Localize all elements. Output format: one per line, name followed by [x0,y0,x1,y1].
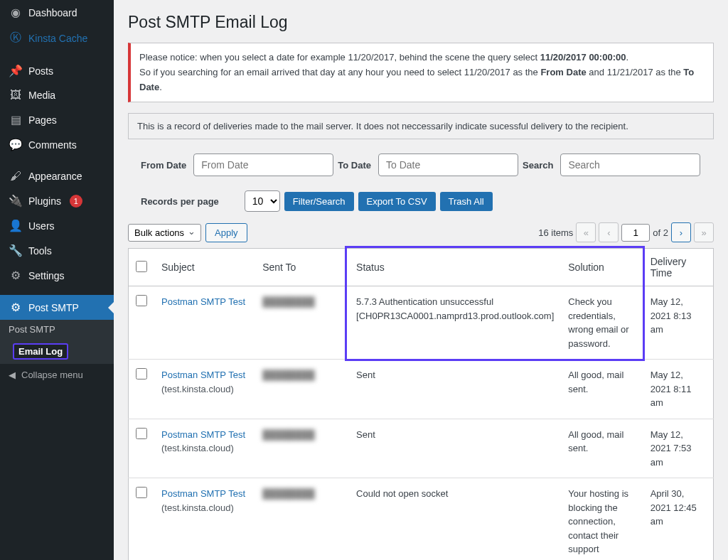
subject-link[interactable]: Postman SMTP Test [161,429,245,440]
time-value: May 12, 2021 8:11 am [643,360,714,419]
search-label: Search [523,160,553,171]
col-header-delivery[interactable]: Delivery Time [643,249,714,286]
submenu-item-email-log[interactable]: Email Log [0,339,114,364]
page-icon: ▤ [9,113,23,126]
time-value: May 12, 2021 8:13 am [643,286,714,360]
time-value: May 12, 2021 7:53 am [643,419,714,478]
subject-link[interactable]: Postman SMTP Test [161,370,245,380]
admin-sidebar: ◉Dashboard ⓀKinsta Cache 📌Posts 🖼Media ▤… [0,0,114,560]
records-per-page-select[interactable]: 10 [245,190,280,212]
table-row: Postman SMTP Test(test.kinsta.cloud)████… [129,360,714,419]
info-bar: This is a record of deliveries made to t… [128,113,714,139]
table-row: Postman SMTP Test(test.kinsta.cloud)████… [129,419,714,478]
sidebar-item-settings[interactable]: ⚙Settings [0,263,114,288]
next-page-button[interactable]: › [671,222,691,242]
sidebar-item-label: Media [28,90,55,101]
update-badge: 1 [70,195,82,208]
prev-page-button[interactable]: ‹ [599,222,619,242]
sidebar-item-pages[interactable]: ▤Pages [0,107,114,132]
col-header-subject[interactable]: Subject [154,249,255,286]
row-checkbox[interactable] [136,428,147,439]
col-header-status[interactable]: Status [349,249,561,286]
gear-icon: ⚙ [9,301,23,314]
sidebar-item-tools[interactable]: 🔧Tools [0,238,114,263]
collapse-icon: ◀ [9,370,16,380]
media-icon: 🖼 [9,89,23,102]
subject-link[interactable]: Postman SMTP Test [161,296,245,307]
email-log-table: Subject Sent To Status Solution Delivery… [128,248,714,560]
status-value: 5.7.3 Authentication unsuccessful [CH0PR… [349,286,561,360]
sidebar-item-label: Tools [28,245,52,257]
row-checkbox[interactable] [136,487,147,498]
sidebar-item-label: Post SMTP [28,302,79,313]
from-date-input[interactable] [193,154,333,176]
first-page-button[interactable]: « [576,222,596,242]
plugin-icon: 🔌 [9,194,23,208]
col-header-solution[interactable]: Solution [561,249,643,286]
page-number-input[interactable] [621,224,650,242]
search-input[interactable] [560,154,700,176]
submenu: Post SMTP Email Log [0,320,114,364]
sidebar-item-label: Pages [28,114,57,126]
solution-value: All good, mail sent. [561,360,643,419]
solution-value: Check you credentials, wrong email or pa… [561,286,643,360]
select-all-checkbox[interactable] [136,261,147,272]
dashboard-icon: ◉ [9,6,23,19]
wrench-icon: 🔧 [9,244,23,257]
notice-text: . [626,52,628,63]
submenu-item-post-smtp[interactable]: Post SMTP [0,320,114,339]
sliders-icon: ⚙ [9,269,23,282]
status-value: Could not open socket [349,478,561,560]
kinsta-icon: Ⓚ [9,31,23,45]
row-checkbox[interactable] [136,368,147,379]
notice-text: and 11/21/2017 as the [587,67,684,77]
records-label: Records per page [141,196,219,207]
export-csv-button[interactable]: Export To CSV [358,192,436,211]
sidebar-item-label: Dashboard [28,7,77,18]
solution-value: Your hosting is blocking the connection,… [561,478,643,560]
to-date-label: To Date [338,160,371,171]
notice-text: So if you searching for an email arrived… [139,67,540,77]
collapse-label: Collapse menu [21,370,83,380]
sidebar-item-kinsta[interactable]: ⓀKinsta Cache [0,25,114,51]
sidebar-item-label: Settings [28,270,65,281]
last-page-button[interactable]: » [694,222,714,242]
filter-search-button[interactable]: Filter/Search [284,192,354,211]
notice-text: Please notice: when you select a date fo… [139,52,540,63]
items-count: 16 items [538,227,573,238]
sidebar-item-posts[interactable]: 📌Posts [0,58,114,83]
from-date-label: From Date [141,160,186,171]
row-checkbox[interactable] [136,295,147,306]
collapse-menu[interactable]: ◀Collapse menu [0,364,114,386]
sent-to-value: ████████ [262,370,315,380]
submenu-item-label: Email Log [13,343,68,360]
trash-all-button[interactable]: Trash All [440,192,493,211]
to-date-input[interactable] [378,154,518,176]
sidebar-item-dashboard[interactable]: ◉Dashboard [0,0,114,25]
sidebar-item-appearance[interactable]: 🖌Appearance [0,164,114,188]
filter-row: From Date To Date Search Records per pag… [128,150,714,222]
time-value: April 30, 2021 12:45 am [643,478,714,560]
table-row: Postman SMTP Test(test.kinsta.cloud)████… [129,478,714,560]
subject-sub: (test.kinsta.cloud) [161,443,234,453]
sent-to-value: ████████ [262,429,315,440]
pin-icon: 📌 [9,64,23,77]
bulk-actions-select[interactable]: Bulk actions [128,224,201,242]
sidebar-item-users[interactable]: 👤Users [0,213,114,238]
sidebar-item-post-smtp[interactable]: ⚙Post SMTP [0,295,114,320]
main-content: Post SMTP Email Log Please notice: when … [114,0,728,560]
comment-icon: 💬 [9,138,23,151]
subject-link[interactable]: Postman SMTP Test [161,488,245,499]
solution-value: All good, mail sent. [561,419,643,478]
sidebar-item-plugins[interactable]: 🔌Plugins1 [0,188,114,213]
sidebar-item-label: Comments [28,139,77,151]
notice-bold: 11/20/2017 00:00:00 [540,52,626,63]
tablenav-top: Bulk actions Apply 16 items « ‹ of 2 › » [128,222,714,242]
col-header-sentto[interactable]: Sent To [255,249,349,286]
apply-button[interactable]: Apply [205,223,247,242]
sidebar-item-label: Appearance [28,171,82,182]
sidebar-item-comments[interactable]: 💬Comments [0,132,114,157]
sidebar-item-media[interactable]: 🖼Media [0,83,114,107]
brush-icon: 🖌 [9,170,23,183]
status-value: Sent [349,419,561,478]
